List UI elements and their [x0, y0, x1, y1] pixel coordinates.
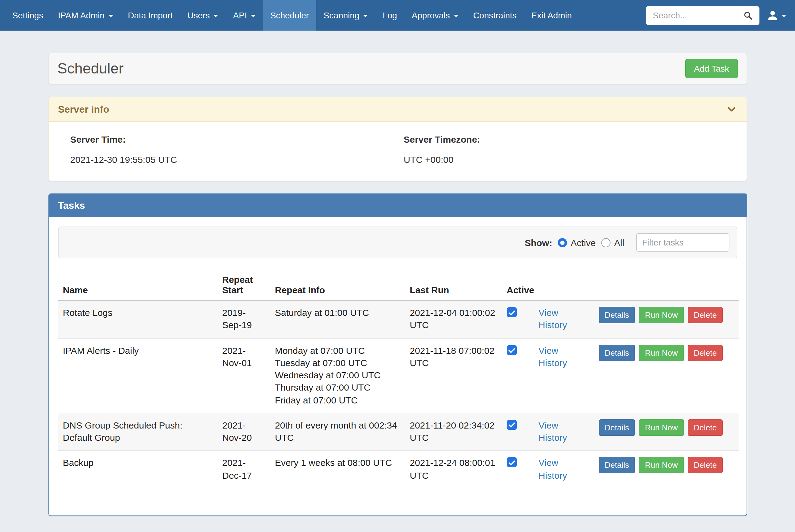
task-repeat-info: Monday at 07:00 UTC Tuesday at 07:00 UTC… [270, 338, 405, 413]
column-header-name: Name [58, 267, 217, 300]
server-timezone-group: Server Timezone: UTC +00:00 [404, 134, 737, 165]
add-task-button[interactable]: Add Task [685, 59, 738, 78]
caret-down-icon [108, 15, 113, 17]
caret-down-icon [781, 15, 787, 17]
view-history-link[interactable]: View History [539, 420, 567, 443]
row-actions: Details Run Now Delete [599, 307, 734, 323]
task-name: DNS Group Scheduled Push: Default Group [58, 413, 217, 451]
show-all-option[interactable]: All [601, 237, 624, 248]
nav-item-api[interactable]: API [226, 0, 263, 31]
tasks-panel: Tasks Show: Active All [48, 193, 747, 516]
tasks-filter-bar: Show: Active All [58, 227, 737, 258]
caret-down-icon [251, 15, 256, 17]
details-button[interactable]: Details [599, 457, 635, 474]
delete-button[interactable]: Delete [687, 344, 723, 361]
nav-item-exit-admin[interactable]: Exit Admin [524, 0, 579, 31]
task-name: Backup [58, 451, 217, 488]
nav-item-users[interactable]: Users [180, 0, 225, 31]
run-now-button[interactable]: Run Now [639, 419, 684, 436]
details-button[interactable]: Details [599, 307, 635, 323]
nav-item-data-import[interactable]: Data Import [121, 0, 180, 31]
view-history-link[interactable]: View History [539, 345, 567, 368]
view-history-link[interactable]: View History [539, 307, 567, 330]
nav-item-scanning[interactable]: Scanning [316, 0, 376, 31]
show-active-option[interactable]: Active [558, 237, 596, 248]
column-header-actions [594, 267, 738, 300]
user-icon [767, 10, 778, 21]
task-repeat-start: 2019-Sep-19 [217, 300, 270, 338]
task-name: IPAM Alerts - Daily [58, 338, 217, 413]
search-icon [743, 11, 753, 20]
server-info-heading: Server info [49, 97, 746, 122]
column-header-repeat-start: Repeat Start [217, 267, 270, 300]
search-input[interactable] [646, 6, 737, 25]
task-active-checkbox[interactable] [507, 458, 517, 468]
caret-down-icon [363, 15, 368, 17]
row-actions: Details Run Now Delete [599, 344, 734, 361]
delete-button[interactable]: Delete [687, 307, 723, 323]
row-actions: Details Run Now Delete [599, 457, 734, 474]
nav-item-settings[interactable]: Settings [5, 0, 51, 31]
server-time-label: Server Time: [70, 134, 404, 145]
server-timezone-value: UTC +00:00 [404, 154, 737, 165]
show-all-radio[interactable] [601, 238, 611, 247]
table-row: Backup 2021-Dec-17 Every 1 weeks at 08:0… [58, 451, 738, 488]
nav-item-label: Data Import [128, 11, 173, 20]
task-repeat-info: Every 1 weeks at 08:00 UTC [270, 451, 405, 488]
caret-down-icon [214, 15, 218, 17]
nav-item-label: Scheduler [270, 11, 309, 20]
column-header-history [534, 267, 594, 300]
page-title: Scheduler [57, 60, 124, 77]
server-time-value: 2021-12-30 19:55:05 UTC [70, 154, 404, 165]
nav-item-label: Approvals [412, 11, 450, 20]
show-all-label: All [614, 237, 624, 248]
page-header-panel: Scheduler Add Task [48, 53, 747, 84]
nav-item-label: Exit Admin [531, 11, 572, 20]
task-active-checkbox[interactable] [507, 307, 517, 317]
nav-item-constraints[interactable]: Constraints [466, 0, 524, 31]
details-button[interactable]: Details [599, 419, 635, 436]
filter-tasks-input[interactable] [636, 233, 729, 252]
nav-item-scheduler[interactable]: Scheduler [263, 0, 316, 31]
nav-item-label: Users [187, 11, 210, 20]
table-header-row: Name Repeat Start Repeat Info Last Run A… [58, 267, 738, 300]
details-button[interactable]: Details [599, 344, 635, 361]
navbar-right [646, 0, 787, 31]
task-last-run: 2021-12-24 08:00:01 UTC [405, 451, 502, 488]
user-menu[interactable] [767, 10, 787, 21]
nav-item-log[interactable]: Log [376, 0, 404, 31]
run-now-button[interactable]: Run Now [639, 344, 684, 361]
search-button[interactable] [737, 6, 759, 25]
nav-item-label: Constraints [473, 11, 517, 20]
task-repeat-start: 2021-Dec-17 [217, 451, 270, 488]
collapse-toggle-button[interactable] [725, 103, 737, 115]
tasks-heading: Tasks [49, 194, 746, 217]
delete-button[interactable]: Delete [687, 457, 723, 474]
column-header-repeat-info: Repeat Info [270, 267, 405, 300]
table-row: Rotate Logs 2019-Sep-19 Saturday at 01:0… [58, 300, 738, 338]
show-active-radio[interactable] [558, 238, 567, 247]
task-repeat-start: 2021-Nov-01 [217, 338, 270, 413]
server-timezone-label: Server Timezone: [404, 134, 737, 145]
chevron-down-icon [727, 105, 736, 114]
nav-item-approvals[interactable]: Approvals [404, 0, 466, 31]
run-now-button[interactable]: Run Now [639, 457, 684, 474]
task-repeat-info: 20th of every month at 002:34 UTC [270, 413, 405, 451]
tasks-table: Name Repeat Start Repeat Info Last Run A… [58, 267, 738, 488]
search-group [646, 6, 759, 25]
task-last-run: 2021-11-20 02:34:02 UTC [405, 413, 502, 451]
column-header-last-run: Last Run [405, 267, 502, 300]
column-header-active: Active [502, 267, 534, 300]
tasks-body: Show: Active All [49, 217, 746, 515]
view-history-link[interactable]: View History [539, 458, 567, 480]
task-active-checkbox[interactable] [507, 420, 517, 430]
delete-button[interactable]: Delete [687, 419, 723, 436]
nav-item-label: API [233, 11, 247, 20]
task-last-run: 2021-12-04 01:00:02 UTC [405, 300, 502, 338]
nav-item-ipam-admin[interactable]: IPAM Admin [51, 0, 121, 31]
admin-scheduler-page: Settings IPAM Admin Data Import Users AP… [0, 0, 795, 532]
task-active-checkbox[interactable] [507, 345, 517, 355]
nav-item-label: Scanning [324, 11, 360, 20]
run-now-button[interactable]: Run Now [639, 307, 684, 323]
show-active-label: Active [571, 237, 596, 248]
